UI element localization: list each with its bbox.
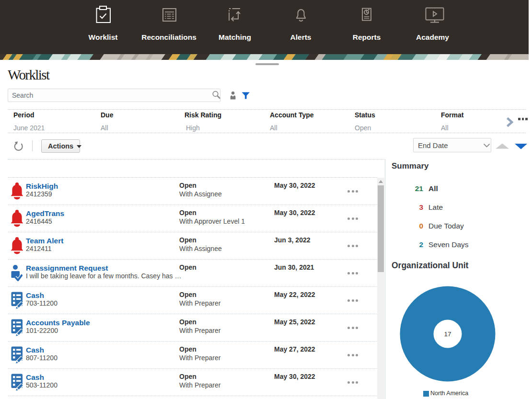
svg-text:17: 17 [444,331,451,338]
